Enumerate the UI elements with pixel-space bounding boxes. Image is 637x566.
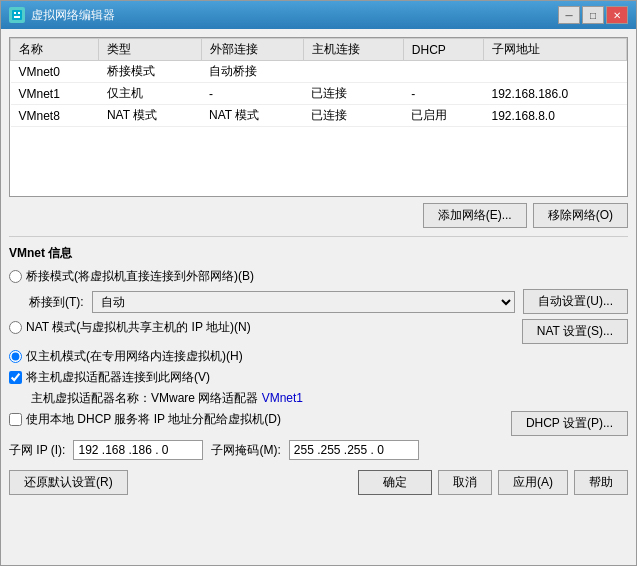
col-dhcp: DHCP — [403, 39, 483, 61]
cell-type: NAT 模式 — [99, 105, 201, 127]
svg-rect-0 — [12, 10, 22, 20]
col-external: 外部连接 — [201, 39, 303, 61]
minimize-button[interactable]: ─ — [558, 6, 580, 24]
network-table-container: 名称 类型 外部连接 主机连接 DHCP 子网地址 VMnet0桥接模式自动桥接… — [9, 37, 628, 197]
cell-type: 桥接模式 — [99, 61, 201, 83]
cell-dhcp: - — [403, 83, 483, 105]
subnet-row: 子网 IP (I): 子网掩码(M): — [9, 440, 628, 460]
cell-dhcp: 已启用 — [403, 105, 483, 127]
svg-rect-1 — [14, 12, 16, 14]
dhcp-service-label: 使用本地 DHCP 服务将 IP 地址分配给虚拟机(D) — [26, 411, 281, 428]
bridge-to-select[interactable]: 自动 — [92, 291, 516, 313]
cell-name: VMnet0 — [11, 61, 99, 83]
bridge-to-label: 桥接到(T): — [29, 294, 84, 311]
cell-type: 仅主机 — [99, 83, 201, 105]
auto-settings-button[interactable]: 自动设置(U)... — [523, 289, 628, 314]
subnet-mask-input[interactable] — [289, 440, 419, 460]
window-title: 虚拟网络编辑器 — [31, 7, 115, 24]
nat-mode-radio[interactable] — [9, 321, 22, 334]
bridge-to-row: 桥接到(T): 自动 — [29, 291, 515, 313]
col-subnet: 子网地址 — [483, 39, 626, 61]
table-row[interactable]: VMnet0桥接模式自动桥接 — [11, 61, 627, 83]
dhcp-service-checkbox[interactable] — [9, 413, 22, 426]
cell-name: VMnet1 — [11, 83, 99, 105]
cell-external: NAT 模式 — [201, 105, 303, 127]
vmnet-info-section: VMnet 信息 桥接模式(将虚拟机直接连接到外部网络)(B) 桥接到(T): … — [9, 245, 628, 460]
bridge-mode-row: 桥接模式(将虚拟机直接连接到外部网络)(B) — [9, 268, 628, 285]
nat-mode-row: NAT 模式(与虚拟机共享主机的 IP 地址)(N) — [9, 319, 514, 336]
col-type: 类型 — [99, 39, 201, 61]
table-row[interactable]: VMnet8NAT 模式NAT 模式已连接已启用192.168.8.0 — [11, 105, 627, 127]
host-only-mode-label: 仅主机模式(在专用网络内连接虚拟机)(H) — [26, 348, 243, 365]
titlebar: 虚拟网络编辑器 ─ □ ✕ — [1, 1, 636, 29]
cell-host: 已连接 — [303, 83, 403, 105]
vmnet-info-label: VMnet 信息 — [9, 245, 628, 262]
help-button[interactable]: 帮助 — [574, 470, 628, 495]
cancel-button[interactable]: 取消 — [438, 470, 492, 495]
svg-rect-3 — [14, 16, 20, 18]
bridge-mode-radio[interactable] — [9, 270, 22, 283]
separator — [9, 236, 628, 237]
subnet-mask-label: 子网掩码(M): — [211, 442, 280, 459]
cell-name: VMnet8 — [11, 105, 99, 127]
cell-subnet: 192.168.8.0 — [483, 105, 626, 127]
restore-defaults-button[interactable]: 还原默认设置(R) — [9, 470, 128, 495]
network-table: 名称 类型 外部连接 主机连接 DHCP 子网地址 VMnet0桥接模式自动桥接… — [10, 38, 627, 127]
col-host: 主机连接 — [303, 39, 403, 61]
maximize-button[interactable]: □ — [582, 6, 604, 24]
content-area: 名称 类型 外部连接 主机连接 DHCP 子网地址 VMnet0桥接模式自动桥接… — [1, 29, 636, 565]
table-header-row: 名称 类型 外部连接 主机连接 DHCP 子网地址 — [11, 39, 627, 61]
app-icon — [9, 7, 25, 23]
adapter-name-highlight: VMnet1 — [262, 391, 303, 405]
connect-adapter-checkbox[interactable] — [9, 371, 22, 384]
remove-network-button[interactable]: 移除网络(O) — [533, 203, 628, 228]
svg-rect-2 — [18, 12, 20, 14]
connect-adapter-row: 将主机虚拟适配器连接到此网络(V) — [9, 369, 628, 386]
ok-button[interactable]: 确定 — [358, 470, 432, 495]
bottom-buttons: 还原默认设置(R) 确定 取消 应用(A) 帮助 — [9, 470, 628, 495]
cell-subnet: 192.168.186.0 — [483, 83, 626, 105]
cell-dhcp — [403, 61, 483, 83]
cell-host: 已连接 — [303, 105, 403, 127]
nat-mode-label: NAT 模式(与虚拟机共享主机的 IP 地址)(N) — [26, 319, 251, 336]
connect-adapter-label: 将主机虚拟适配器连接到此网络(V) — [26, 369, 210, 386]
cell-external: 自动桥接 — [201, 61, 303, 83]
table-action-buttons: 添加网络(E)... 移除网络(O) — [9, 203, 628, 228]
host-only-mode-row: 仅主机模式(在专用网络内连接虚拟机)(H) — [9, 348, 628, 365]
nat-settings-button[interactable]: NAT 设置(S)... — [522, 319, 628, 344]
virtual-network-editor-window: 虚拟网络编辑器 ─ □ ✕ 名称 类型 外部连接 主机连接 DHCP 子网地址 — [0, 0, 637, 566]
subnet-ip-input[interactable] — [73, 440, 203, 460]
close-button[interactable]: ✕ — [606, 6, 628, 24]
col-name: 名称 — [11, 39, 99, 61]
bridge-mode-label: 桥接模式(将虚拟机直接连接到外部网络)(B) — [26, 268, 254, 285]
apply-button[interactable]: 应用(A) — [498, 470, 568, 495]
cell-subnet — [483, 61, 626, 83]
cell-external: - — [201, 83, 303, 105]
cell-host — [303, 61, 403, 83]
dhcp-service-row: 使用本地 DHCP 服务将 IP 地址分配给虚拟机(D) — [9, 411, 503, 428]
table-row[interactable]: VMnet1仅主机-已连接-192.168.186.0 — [11, 83, 627, 105]
dhcp-settings-button[interactable]: DHCP 设置(P)... — [511, 411, 628, 436]
subnet-ip-label: 子网 IP (I): — [9, 442, 65, 459]
adapter-name-row: 主机虚拟适配器名称：VMware 网络适配器 VMnet1 — [31, 390, 628, 407]
host-only-mode-radio[interactable] — [9, 350, 22, 363]
add-network-button[interactable]: 添加网络(E)... — [423, 203, 527, 228]
